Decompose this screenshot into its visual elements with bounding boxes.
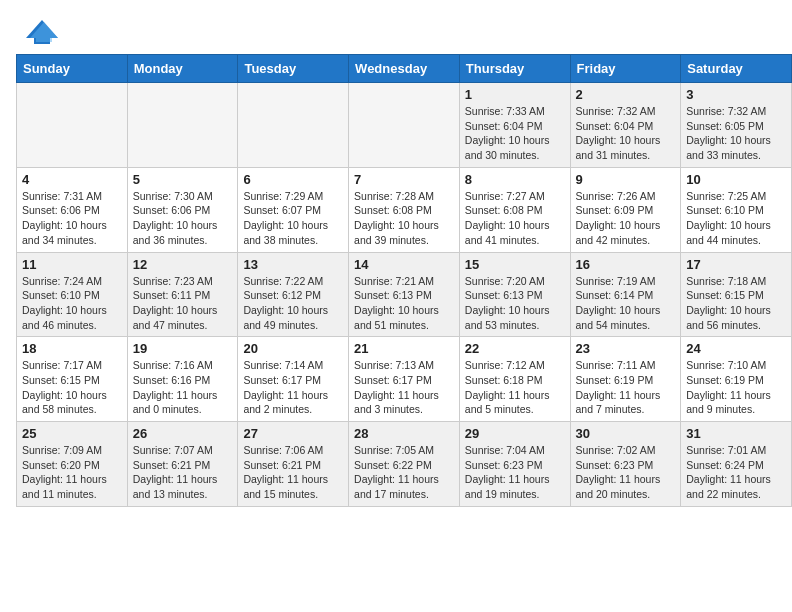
day-info: Sunrise: 7:20 AM Sunset: 6:13 PM Dayligh… xyxy=(465,274,565,333)
day-info: Sunrise: 7:13 AM Sunset: 6:17 PM Dayligh… xyxy=(354,358,454,417)
calendar-cell xyxy=(238,83,349,168)
calendar-cell: 31Sunrise: 7:01 AM Sunset: 6:24 PM Dayli… xyxy=(681,422,792,507)
day-info: Sunrise: 7:01 AM Sunset: 6:24 PM Dayligh… xyxy=(686,443,786,502)
day-info: Sunrise: 7:05 AM Sunset: 6:22 PM Dayligh… xyxy=(354,443,454,502)
day-number: 3 xyxy=(686,87,786,102)
day-info: Sunrise: 7:26 AM Sunset: 6:09 PM Dayligh… xyxy=(576,189,676,248)
calendar-cell xyxy=(349,83,460,168)
calendar-cell: 27Sunrise: 7:06 AM Sunset: 6:21 PM Dayli… xyxy=(238,422,349,507)
weekday-header-sunday: Sunday xyxy=(17,55,128,83)
page-header xyxy=(0,0,792,54)
day-info: Sunrise: 7:33 AM Sunset: 6:04 PM Dayligh… xyxy=(465,104,565,163)
day-info: Sunrise: 7:14 AM Sunset: 6:17 PM Dayligh… xyxy=(243,358,343,417)
day-number: 2 xyxy=(576,87,676,102)
calendar-cell: 2Sunrise: 7:32 AM Sunset: 6:04 PM Daylig… xyxy=(570,83,681,168)
day-number: 25 xyxy=(22,426,122,441)
calendar-cell: 20Sunrise: 7:14 AM Sunset: 6:17 PM Dayli… xyxy=(238,337,349,422)
day-number: 31 xyxy=(686,426,786,441)
day-number: 10 xyxy=(686,172,786,187)
calendar-cell: 24Sunrise: 7:10 AM Sunset: 6:19 PM Dayli… xyxy=(681,337,792,422)
calendar-cell: 30Sunrise: 7:02 AM Sunset: 6:23 PM Dayli… xyxy=(570,422,681,507)
day-number: 27 xyxy=(243,426,343,441)
day-info: Sunrise: 7:07 AM Sunset: 6:21 PM Dayligh… xyxy=(133,443,233,502)
day-number: 30 xyxy=(576,426,676,441)
weekday-header-saturday: Saturday xyxy=(681,55,792,83)
weekday-header-row: SundayMondayTuesdayWednesdayThursdayFrid… xyxy=(17,55,792,83)
day-number: 15 xyxy=(465,257,565,272)
day-info: Sunrise: 7:23 AM Sunset: 6:11 PM Dayligh… xyxy=(133,274,233,333)
calendar-table: SundayMondayTuesdayWednesdayThursdayFrid… xyxy=(16,54,792,507)
day-info: Sunrise: 7:18 AM Sunset: 6:15 PM Dayligh… xyxy=(686,274,786,333)
day-number: 26 xyxy=(133,426,233,441)
calendar-cell: 15Sunrise: 7:20 AM Sunset: 6:13 PM Dayli… xyxy=(459,252,570,337)
calendar-cell: 17Sunrise: 7:18 AM Sunset: 6:15 PM Dayli… xyxy=(681,252,792,337)
day-number: 24 xyxy=(686,341,786,356)
day-info: Sunrise: 7:04 AM Sunset: 6:23 PM Dayligh… xyxy=(465,443,565,502)
calendar-cell: 23Sunrise: 7:11 AM Sunset: 6:19 PM Dayli… xyxy=(570,337,681,422)
calendar-cell: 26Sunrise: 7:07 AM Sunset: 6:21 PM Dayli… xyxy=(127,422,238,507)
logo xyxy=(24,18,60,46)
day-info: Sunrise: 7:31 AM Sunset: 6:06 PM Dayligh… xyxy=(22,189,122,248)
day-info: Sunrise: 7:16 AM Sunset: 6:16 PM Dayligh… xyxy=(133,358,233,417)
day-number: 28 xyxy=(354,426,454,441)
day-info: Sunrise: 7:25 AM Sunset: 6:10 PM Dayligh… xyxy=(686,189,786,248)
calendar-cell: 6Sunrise: 7:29 AM Sunset: 6:07 PM Daylig… xyxy=(238,167,349,252)
calendar-cell: 21Sunrise: 7:13 AM Sunset: 6:17 PM Dayli… xyxy=(349,337,460,422)
day-number: 12 xyxy=(133,257,233,272)
calendar-cell: 28Sunrise: 7:05 AM Sunset: 6:22 PM Dayli… xyxy=(349,422,460,507)
calendar-week-row: 11Sunrise: 7:24 AM Sunset: 6:10 PM Dayli… xyxy=(17,252,792,337)
calendar-week-row: 4Sunrise: 7:31 AM Sunset: 6:06 PM Daylig… xyxy=(17,167,792,252)
calendar-cell: 18Sunrise: 7:17 AM Sunset: 6:15 PM Dayli… xyxy=(17,337,128,422)
day-info: Sunrise: 7:24 AM Sunset: 6:10 PM Dayligh… xyxy=(22,274,122,333)
weekday-header-thursday: Thursday xyxy=(459,55,570,83)
calendar-cell: 1Sunrise: 7:33 AM Sunset: 6:04 PM Daylig… xyxy=(459,83,570,168)
day-number: 5 xyxy=(133,172,233,187)
calendar-cell: 10Sunrise: 7:25 AM Sunset: 6:10 PM Dayli… xyxy=(681,167,792,252)
day-number: 4 xyxy=(22,172,122,187)
calendar-week-row: 18Sunrise: 7:17 AM Sunset: 6:15 PM Dayli… xyxy=(17,337,792,422)
weekday-header-monday: Monday xyxy=(127,55,238,83)
day-info: Sunrise: 7:12 AM Sunset: 6:18 PM Dayligh… xyxy=(465,358,565,417)
day-number: 7 xyxy=(354,172,454,187)
calendar-cell xyxy=(127,83,238,168)
day-info: Sunrise: 7:27 AM Sunset: 6:08 PM Dayligh… xyxy=(465,189,565,248)
day-number: 14 xyxy=(354,257,454,272)
calendar-cell: 12Sunrise: 7:23 AM Sunset: 6:11 PM Dayli… xyxy=(127,252,238,337)
calendar-cell: 3Sunrise: 7:32 AM Sunset: 6:05 PM Daylig… xyxy=(681,83,792,168)
calendar-cell: 5Sunrise: 7:30 AM Sunset: 6:06 PM Daylig… xyxy=(127,167,238,252)
calendar-cell: 11Sunrise: 7:24 AM Sunset: 6:10 PM Dayli… xyxy=(17,252,128,337)
day-number: 13 xyxy=(243,257,343,272)
day-info: Sunrise: 7:28 AM Sunset: 6:08 PM Dayligh… xyxy=(354,189,454,248)
day-number: 22 xyxy=(465,341,565,356)
day-number: 20 xyxy=(243,341,343,356)
day-number: 29 xyxy=(465,426,565,441)
day-info: Sunrise: 7:22 AM Sunset: 6:12 PM Dayligh… xyxy=(243,274,343,333)
day-number: 19 xyxy=(133,341,233,356)
day-number: 8 xyxy=(465,172,565,187)
day-info: Sunrise: 7:02 AM Sunset: 6:23 PM Dayligh… xyxy=(576,443,676,502)
day-number: 16 xyxy=(576,257,676,272)
calendar-cell xyxy=(17,83,128,168)
day-info: Sunrise: 7:29 AM Sunset: 6:07 PM Dayligh… xyxy=(243,189,343,248)
weekday-header-tuesday: Tuesday xyxy=(238,55,349,83)
day-number: 6 xyxy=(243,172,343,187)
day-number: 23 xyxy=(576,341,676,356)
calendar-container: SundayMondayTuesdayWednesdayThursdayFrid… xyxy=(0,54,792,517)
weekday-header-friday: Friday xyxy=(570,55,681,83)
day-info: Sunrise: 7:17 AM Sunset: 6:15 PM Dayligh… xyxy=(22,358,122,417)
calendar-cell: 7Sunrise: 7:28 AM Sunset: 6:08 PM Daylig… xyxy=(349,167,460,252)
logo-icon xyxy=(24,18,60,46)
day-info: Sunrise: 7:09 AM Sunset: 6:20 PM Dayligh… xyxy=(22,443,122,502)
calendar-cell: 8Sunrise: 7:27 AM Sunset: 6:08 PM Daylig… xyxy=(459,167,570,252)
day-number: 18 xyxy=(22,341,122,356)
calendar-week-row: 25Sunrise: 7:09 AM Sunset: 6:20 PM Dayli… xyxy=(17,422,792,507)
day-number: 21 xyxy=(354,341,454,356)
day-number: 1 xyxy=(465,87,565,102)
calendar-cell: 4Sunrise: 7:31 AM Sunset: 6:06 PM Daylig… xyxy=(17,167,128,252)
day-info: Sunrise: 7:10 AM Sunset: 6:19 PM Dayligh… xyxy=(686,358,786,417)
day-info: Sunrise: 7:32 AM Sunset: 6:04 PM Dayligh… xyxy=(576,104,676,163)
calendar-cell: 13Sunrise: 7:22 AM Sunset: 6:12 PM Dayli… xyxy=(238,252,349,337)
calendar-cell: 29Sunrise: 7:04 AM Sunset: 6:23 PM Dayli… xyxy=(459,422,570,507)
day-number: 9 xyxy=(576,172,676,187)
day-info: Sunrise: 7:11 AM Sunset: 6:19 PM Dayligh… xyxy=(576,358,676,417)
